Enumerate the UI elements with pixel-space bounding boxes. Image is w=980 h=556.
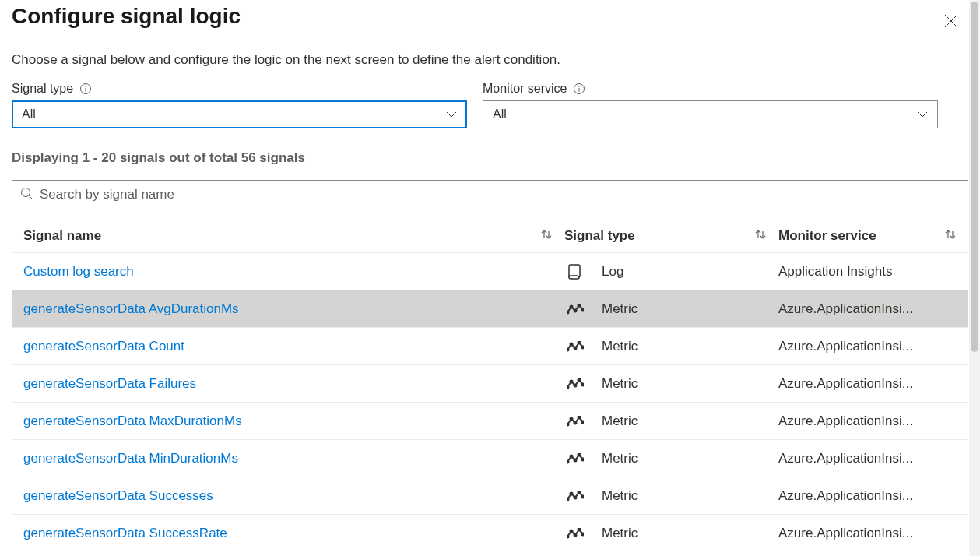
sort-icon xyxy=(944,228,957,244)
chevron-down-icon xyxy=(446,111,457,118)
svg-point-41 xyxy=(567,498,569,500)
svg-point-23 xyxy=(574,347,577,349)
svg-point-29 xyxy=(578,378,581,381)
column-header-signal-name[interactable]: Signal name xyxy=(12,228,564,244)
svg-point-50 xyxy=(582,533,585,535)
scrollbar-track[interactable] xyxy=(969,0,980,556)
svg-point-31 xyxy=(567,423,569,425)
monitor-service-cell: Azure.ApplicationInsi... xyxy=(778,339,968,354)
metric-icon xyxy=(564,341,586,352)
metric-icon xyxy=(564,528,586,539)
scrollbar-thumb[interactable] xyxy=(971,2,978,352)
info-icon[interactable] xyxy=(79,83,92,95)
table-row[interactable]: generateSensorData Count MetricAzure.App… xyxy=(12,328,968,365)
signal-name-link[interactable]: generateSensorData SuccessRate xyxy=(12,526,564,541)
signal-type-text: Metric xyxy=(602,376,638,392)
svg-point-42 xyxy=(571,492,573,494)
dropdown-value: All xyxy=(493,107,507,121)
signal-type-text: Metric xyxy=(602,488,638,504)
svg-point-44 xyxy=(578,491,581,493)
svg-point-32 xyxy=(571,417,573,420)
svg-point-7 xyxy=(579,86,580,86)
svg-point-37 xyxy=(571,455,573,457)
signal-type-cell: Log xyxy=(564,262,778,281)
svg-point-26 xyxy=(567,385,569,388)
log-icon xyxy=(564,262,586,281)
signal-name-link[interactable]: generateSensorData Count xyxy=(12,339,564,354)
svg-line-9 xyxy=(29,195,33,199)
metric-icon xyxy=(564,453,586,464)
signal-type-cell: Metric xyxy=(564,301,778,317)
signal-type-text: Log xyxy=(602,264,623,280)
table-row[interactable]: generateSensorData Failures MetricAzure.… xyxy=(12,365,968,403)
description-text: Choose a signal below and configure the … xyxy=(0,37,980,68)
svg-point-34 xyxy=(578,416,581,418)
svg-point-36 xyxy=(567,460,569,463)
monitor-service-label: Monitor service xyxy=(483,82,938,96)
page-title: Configure signal logic xyxy=(12,4,241,29)
table-row[interactable]: generateSensorData MaxDurationMs MetricA… xyxy=(12,403,968,440)
search-box[interactable] xyxy=(12,180,968,209)
svg-point-17 xyxy=(571,305,573,308)
search-icon xyxy=(20,187,33,202)
monitor-service-dropdown[interactable]: All xyxy=(483,100,938,128)
results-count: Displaying 1 - 20 signals out of total 5… xyxy=(0,128,980,166)
signal-name-link[interactable]: generateSensorData Successes xyxy=(12,488,564,504)
monitor-service-cell: Azure.ApplicationInsi... xyxy=(778,451,968,466)
signal-type-text: Metric xyxy=(602,451,638,466)
signal-name-link[interactable]: generateSensorData Failures xyxy=(12,376,564,392)
signal-type-dropdown[interactable]: All xyxy=(12,100,467,128)
metric-icon xyxy=(564,416,586,427)
metric-icon xyxy=(564,491,586,501)
svg-point-18 xyxy=(574,309,577,311)
signal-type-cell: Metric xyxy=(564,413,778,429)
signal-type-cell: Metric xyxy=(564,451,778,466)
search-input[interactable] xyxy=(40,187,960,202)
column-header-monitor-service[interactable]: Monitor service xyxy=(778,228,968,244)
table-row[interactable]: generateSensorData Successes MetricAzure… xyxy=(12,477,968,515)
table-row[interactable]: Custom log search LogApplication Insight… xyxy=(12,253,968,290)
monitor-service-cell: Azure.ApplicationInsi... xyxy=(778,413,968,429)
table-row[interactable]: generateSensorData AvgDurationMs MetricA… xyxy=(12,290,968,328)
signal-type-text: Metric xyxy=(602,301,638,317)
svg-point-33 xyxy=(574,421,577,424)
svg-point-45 xyxy=(582,495,585,498)
svg-point-40 xyxy=(582,458,585,460)
signal-type-cell: Metric xyxy=(564,488,778,504)
monitor-service-cell: Azure.ApplicationInsi... xyxy=(778,488,968,504)
info-icon[interactable] xyxy=(573,83,585,95)
dropdown-value: All xyxy=(22,107,36,121)
svg-point-49 xyxy=(578,528,581,530)
svg-point-30 xyxy=(582,383,585,385)
svg-point-20 xyxy=(582,308,585,311)
svg-point-22 xyxy=(571,343,573,345)
metric-icon xyxy=(564,304,586,315)
signal-name-link[interactable]: Custom log search xyxy=(12,264,564,280)
signal-type-text: Metric xyxy=(602,413,638,429)
signal-type-text: Metric xyxy=(602,339,638,354)
svg-point-47 xyxy=(571,530,573,532)
svg-point-43 xyxy=(574,496,577,498)
signal-type-cell: Metric xyxy=(564,376,778,392)
monitor-service-cell: Azure.ApplicationInsi... xyxy=(778,376,968,392)
svg-point-8 xyxy=(22,188,30,197)
svg-point-16 xyxy=(567,311,569,313)
monitor-service-cell: Azure.ApplicationInsi... xyxy=(778,301,968,317)
svg-point-25 xyxy=(582,346,585,348)
metric-icon xyxy=(564,378,586,389)
svg-point-46 xyxy=(567,535,569,537)
sort-icon xyxy=(540,228,553,244)
column-header-signal-type[interactable]: Signal type xyxy=(564,228,778,244)
signal-name-link[interactable]: generateSensorData MaxDurationMs xyxy=(12,413,564,429)
signal-name-link[interactable]: generateSensorData MinDurationMs xyxy=(12,451,564,466)
table-row[interactable]: generateSensorData MinDurationMs MetricA… xyxy=(12,440,968,477)
table-row[interactable]: generateSensorData SuccessRate MetricAzu… xyxy=(12,515,968,549)
sort-icon xyxy=(754,228,767,244)
svg-point-38 xyxy=(574,459,577,461)
signal-name-link[interactable]: generateSensorData AvgDurationMs xyxy=(12,301,564,317)
svg-point-4 xyxy=(86,86,86,86)
close-button[interactable] xyxy=(938,8,964,37)
svg-point-39 xyxy=(578,453,581,456)
svg-point-48 xyxy=(574,533,577,536)
monitor-service-cell: Azure.ApplicationInsi... xyxy=(778,526,968,541)
